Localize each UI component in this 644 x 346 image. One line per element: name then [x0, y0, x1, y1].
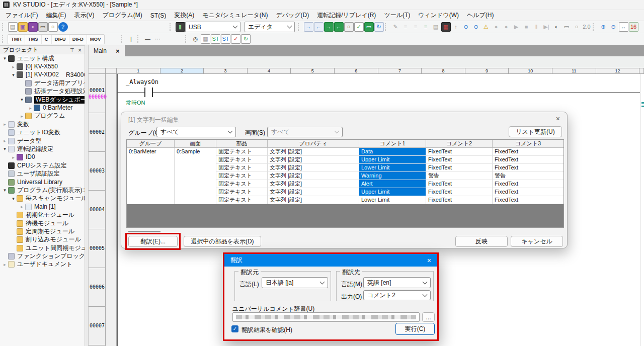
tree-item-15[interactable]: Universal Library [0, 178, 85, 186]
step-icon[interactable]: ▶| [542, 22, 551, 32]
tree-item-1[interactable]: ▸[0] KV-X550 [0, 62, 85, 70]
tree-item-22[interactable]: 割り込みモジュール [0, 236, 85, 244]
table-column-header-1[interactable]: グループ [127, 140, 175, 148]
line-solid-icon[interactable]: — [143, 34, 152, 44]
tree-item-14[interactable]: ユーザ認証設定 [0, 169, 85, 178]
monitor-write-icon[interactable]: ← [314, 22, 324, 32]
stopwatch-set-icon[interactable]: ⊙ [471, 22, 481, 32]
instruction-button-difu[interactable]: DIFU [52, 35, 69, 44]
close-icon[interactable]: × [427, 256, 431, 265]
print-icon[interactable]: ▭ [38, 22, 48, 32]
source-language-combo[interactable]: 日本語 [ja] [262, 277, 328, 288]
menu-item-4[interactable]: プログラム(M) [98, 10, 146, 21]
window-monitor-icon[interactable]: ▭ [562, 22, 572, 32]
monitor-run-icon[interactable]: ▭ [364, 22, 374, 32]
monitor-read-icon[interactable]: → [304, 22, 313, 32]
table-row-1[interactable]: 0:BarMeter0:Sample固定テキスト文字列 [設定]DataFixe… [127, 148, 564, 156]
tree-item-9[interactable]: ユニットIO変数 [0, 129, 85, 137]
refresh-icon[interactable]: ↻ [374, 22, 384, 32]
tree-item-3[interactable]: データ活用アプリケーシ [0, 79, 85, 87]
instruction-button-tms[interactable]: TMS [25, 35, 42, 44]
expander-open-icon[interactable]: ▾ [2, 188, 8, 193]
menu-item-5[interactable]: ST(S) [146, 10, 170, 21]
replay-icon[interactable]: ◐ [552, 22, 561, 32]
tree-item-5[interactable]: ▾WEBダッシュボード [0, 96, 85, 104]
editor-mode-combo[interactable]: エディタ [245, 22, 295, 32]
hex-display-icon[interactable]: 16 [629, 22, 638, 32]
table-column-header-7[interactable]: コメント3 [493, 140, 564, 148]
expander-closed-icon[interactable]: ▸ [10, 64, 17, 69]
tree-item-11[interactable]: ▾運転記録設定 [0, 145, 85, 153]
menu-item-6[interactable]: 変換(A) [170, 10, 198, 21]
tree-item-6[interactable]: ▸0:BarMeter [0, 104, 85, 112]
find-device-icon[interactable]: ◎ [191, 34, 200, 44]
confirm-checkbox[interactable]: ✓ [231, 325, 238, 332]
instruction-button-difd[interactable]: DIFD [69, 35, 87, 44]
calculator-icon[interactable]: ▦ [441, 22, 451, 32]
help-icon[interactable]: ? [58, 22, 68, 32]
menu-item-9[interactable]: 運転記録/リプレイ(R) [313, 10, 380, 21]
menu-item-2[interactable]: 編集(E) [42, 10, 70, 21]
plc-comm-icon[interactable]: ▮ [176, 22, 185, 32]
instruction-button-c[interactable]: C [42, 35, 52, 44]
screen-combo[interactable]: すべて [267, 127, 343, 137]
tree-item-7[interactable]: ▸プログラム [0, 112, 85, 120]
table-row-3[interactable]: 固定テキスト文字列 [設定]Lower LimitFixedTextFixedT… [127, 164, 564, 172]
save-icon[interactable]: ▫ [28, 22, 38, 32]
tree-item-24[interactable]: ファンクションブロック [0, 252, 85, 260]
device-assign-icon[interactable]: ↑ [451, 22, 461, 32]
tree-item-18[interactable]: ▸Main [1] [0, 203, 85, 211]
menu-item-11[interactable]: ウィンドウ(W) [414, 10, 463, 21]
table-row-6[interactable]: 固定テキスト文字列 [設定]Upper LimitFixedTextFixedT… [127, 188, 564, 196]
usage-list-icon[interactable]: ▤ [431, 22, 441, 32]
tree-item-25[interactable]: ▸ユーザドキュメント [0, 261, 85, 269]
image-edit-icon[interactable]: ▦ [201, 34, 210, 44]
menu-item-7[interactable]: モニタ/シミュレータ(N) [198, 10, 272, 21]
expander-closed-icon[interactable]: ▸ [2, 122, 8, 127]
instruction-button-tmr[interactable]: TMR [8, 35, 25, 44]
dictionary-path-field[interactable] [232, 312, 420, 322]
menu-item-12[interactable]: ヘルプ(H) [463, 10, 498, 21]
table-row-5[interactable]: 固定テキスト文字列 [設定]AlertFixedTextFixedText [127, 180, 564, 188]
play-icon[interactable]: ▶ [512, 22, 521, 32]
panel-close-icon[interactable]: × [78, 47, 82, 54]
menu-item-10[interactable]: ツール(T) [380, 10, 414, 21]
expander-closed-icon[interactable]: ▸ [19, 114, 25, 119]
tree-item-16[interactable]: ▾プログラム(実行順表示):Samp [0, 186, 85, 194]
tree-item-20[interactable]: 待機モジュール [0, 219, 85, 227]
monitor-alert-icon[interactable]: ⚠ [481, 22, 491, 32]
target-language-combo[interactable]: 英語 [en] [363, 277, 431, 288]
tab-close-icon[interactable]: × [116, 47, 120, 55]
menu-item-3[interactable]: 表示(V) [70, 10, 98, 21]
expander-closed-icon[interactable]: ▸ [27, 106, 34, 111]
zoom-out-icon[interactable]: ⊖ [609, 22, 618, 32]
device-list-icon[interactable]: ≡ [401, 22, 411, 32]
tree-item-13[interactable]: CPUシステム設定 [0, 161, 85, 169]
tree-item-0[interactable]: ▾ユニット構成 [0, 54, 85, 62]
execute-button[interactable]: 実行(C) [395, 323, 435, 335]
tree-item-12[interactable]: ▸ID0 [0, 153, 85, 161]
stopwatch-icon[interactable]: ⊙ [461, 22, 471, 32]
table-column-header-5[interactable]: コメント1 [359, 140, 426, 148]
tree-item-21[interactable]: 定周期モジュール [0, 227, 85, 235]
apply-button[interactable]: 反映 [455, 236, 508, 247]
connection-combo[interactable]: USB [185, 22, 240, 32]
table-row-4[interactable]: 固定テキスト文字列 [設定]Warning警告警告 [127, 172, 564, 180]
expander-open-icon[interactable]: ▾ [10, 72, 17, 77]
cancel-button[interactable]: キャンセル [511, 236, 563, 247]
tree-item-19[interactable]: 初期化モジュール [0, 211, 85, 219]
edit-pen-icon[interactable]: ✎ [391, 22, 400, 32]
timer-icon[interactable]: ○ [572, 22, 582, 32]
horizontal-scrollbar-thumb[interactable] [128, 231, 160, 232]
table-column-header-3[interactable]: 部品 [216, 140, 268, 148]
stop-icon[interactable]: ■ [522, 22, 531, 32]
record-stop-icon[interactable]: ● [502, 22, 511, 32]
plc-write-icon[interactable]: → [324, 22, 334, 32]
instruction-button-mov[interactable]: MOV [87, 35, 104, 44]
device-comment-icon[interactable]: ≡ [411, 22, 421, 32]
tree-item-10[interactable]: ▸データ型 [0, 137, 85, 145]
tree-item-4[interactable]: 拡張データ処理設定 [0, 88, 85, 96]
expander-open-icon[interactable]: ▾ [2, 146, 8, 151]
fit-width-icon[interactable]: ↔ [619, 22, 628, 32]
contact-symbol-icon[interactable]: | [126, 34, 136, 44]
